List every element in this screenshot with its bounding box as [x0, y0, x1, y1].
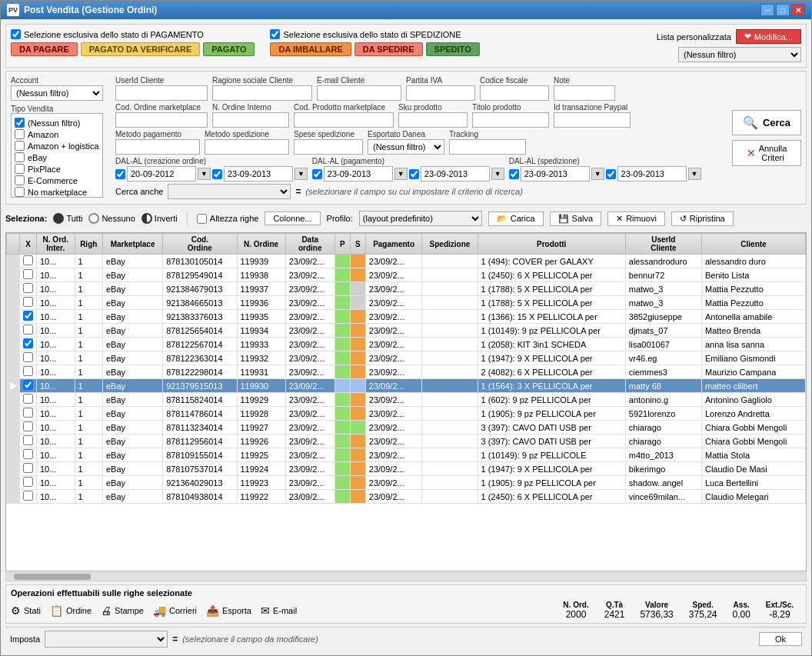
spedizione-from-cb[interactable]: [509, 169, 519, 179]
spedizione-checkbox[interactable]: [270, 29, 280, 39]
row-checkbox[interactable]: [23, 394, 33, 404]
row-checkbox[interactable]: [23, 311, 33, 321]
row-checkbox-cell[interactable]: [20, 268, 37, 282]
tipo-item-6[interactable]: No marketplace: [15, 186, 99, 198]
row-checkbox-cell[interactable]: [20, 282, 37, 296]
tutti-radio[interactable]: Tutti: [53, 213, 82, 224]
spedizione-to-chevron[interactable]: ▼: [688, 168, 701, 180]
cod-ordine-input[interactable]: [115, 112, 208, 128]
table-row[interactable]: 10...1eBay87813010501411993923/09/2...23…: [7, 255, 806, 268]
userid-input[interactable]: [115, 85, 208, 101]
row-checkbox[interactable]: [23, 297, 33, 307]
table-row[interactable]: 10...1eBay92138467901311993723/09/2...23…: [7, 282, 806, 296]
row-checkbox[interactable]: [23, 352, 33, 362]
row-checkbox[interactable]: [23, 491, 33, 501]
rimuovi-button[interactable]: ✕ Rimuovi: [607, 211, 665, 226]
table-row[interactable]: 10...1eBay87810493801411992223/09/2...23…: [7, 490, 806, 504]
row-checkbox-cell[interactable]: [20, 476, 37, 490]
ragione-input[interactable]: [212, 85, 312, 101]
row-checkbox[interactable]: [23, 380, 33, 390]
email-input[interactable]: [317, 85, 401, 101]
esporta-button[interactable]: 📤 Esporta: [206, 604, 251, 617]
cerca-anche-select[interactable]: [168, 184, 291, 199]
stati-button[interactable]: ⚙ Stati: [11, 604, 41, 617]
nessuno-radio[interactable]: Nessuno: [88, 213, 135, 224]
row-checkbox-cell[interactable]: [20, 310, 37, 324]
tipo-item-0[interactable]: (Nessun filtro): [15, 117, 99, 128]
email-button[interactable]: ✉ E-mail: [261, 604, 297, 617]
spedizione-to-input[interactable]: [617, 166, 687, 181]
pagamento-to-cb[interactable]: [409, 169, 419, 179]
corrieri-button[interactable]: 🚚 Corrieri: [153, 604, 197, 617]
table-row[interactable]: ▶10...1eBay92137951501311993023/09/2...2…: [7, 379, 806, 393]
ok-button[interactable]: Ok: [759, 632, 802, 646]
codice-input[interactable]: [480, 85, 549, 101]
cod-prodotto-input[interactable]: [294, 112, 394, 128]
row-checkbox-cell[interactable]: [20, 393, 37, 407]
spedizione-to-cb[interactable]: [606, 169, 616, 179]
creazione-to-input[interactable]: [224, 166, 293, 181]
imposta-select[interactable]: [45, 631, 168, 648]
sku-input[interactable]: [398, 112, 468, 128]
creazione-from-cb[interactable]: [115, 169, 125, 179]
close-button[interactable]: ✕: [791, 4, 805, 16]
da-pagare-button[interactable]: DA PAGARE: [11, 42, 78, 56]
row-checkbox[interactable]: [23, 421, 33, 431]
annulla-button[interactable]: ✕ AnnullaCriteri: [732, 140, 801, 166]
note-input[interactable]: [554, 85, 615, 101]
row-checkbox-cell[interactable]: [20, 421, 37, 435]
spese-sped-input[interactable]: [294, 139, 363, 155]
pagamento-to-chevron[interactable]: ▼: [491, 168, 504, 180]
pagamento-from-input[interactable]: [324, 166, 393, 181]
row-checkbox[interactable]: [23, 463, 33, 473]
table-row[interactable]: 10...1eBay87812256701411993323/09/2...23…: [7, 338, 806, 351]
row-checkbox[interactable]: [23, 338, 33, 348]
data-table-container[interactable]: X N. Ord.Inter. Righ Marketplace Cod.Ord…: [5, 232, 807, 571]
row-checkbox-cell[interactable]: [20, 407, 37, 421]
pagamento-from-chevron[interactable]: ▼: [394, 168, 408, 180]
salva-button[interactable]: 💾 Salva: [550, 211, 602, 226]
creazione-from-chevron[interactable]: ▼: [198, 168, 211, 180]
row-checkbox-cell[interactable]: [20, 435, 37, 448]
pagamento-checkbox[interactable]: [11, 29, 21, 39]
row-checkbox-cell[interactable]: [20, 255, 37, 268]
profilo-select[interactable]: (layout predefinito): [359, 211, 482, 226]
ripristina-button[interactable]: ↺ Ripristina: [671, 211, 734, 226]
pagato-button[interactable]: PAGATO: [203, 42, 255, 56]
scrollbar-thumb[interactable]: [14, 574, 91, 580]
table-row[interactable]: 10...1eBay92136402901311992323/09/2...23…: [7, 476, 806, 490]
row-checkbox-cell[interactable]: [20, 351, 37, 365]
pagamento-from-cb[interactable]: [312, 169, 322, 179]
maximize-button[interactable]: □: [776, 4, 790, 16]
table-row[interactable]: 10...1eBay92138337601311993523/09/2...23…: [7, 310, 806, 324]
spedito-button[interactable]: SPEDITO: [426, 42, 480, 56]
spedizione-from-input[interactable]: [521, 166, 590, 181]
row-checkbox[interactable]: [23, 477, 33, 487]
table-row[interactable]: 10...1eBay87812565401411993423/09/2...23…: [7, 324, 806, 338]
row-checkbox-cell[interactable]: [20, 379, 37, 393]
table-row[interactable]: 10...1eBay87811582401411992923/09/2...23…: [7, 393, 806, 407]
metodo-sped-input[interactable]: [205, 139, 289, 155]
table-row[interactable]: 10...1eBay87811323401411992723/09/2...23…: [7, 421, 806, 435]
tipo-item-2[interactable]: Amazon + logistica: [15, 140, 99, 152]
id-transazione-input[interactable]: [554, 112, 631, 128]
table-row[interactable]: 10...1eBay87810753701411992423/09/2...23…: [7, 462, 806, 476]
account-select[interactable]: (Nessun filtro): [11, 85, 103, 101]
pagato-da-verificare-button[interactable]: PAGATO DA VERIFICARE: [81, 42, 200, 56]
row-checkbox-cell[interactable]: [20, 338, 37, 351]
row-checkbox-cell[interactable]: [20, 296, 37, 310]
stampe-button[interactable]: 🖨 Stampe: [101, 604, 144, 617]
modifica-button[interactable]: ❤ Modifica...: [736, 29, 801, 44]
ordine-button[interactable]: 📋 Ordine: [50, 604, 92, 617]
lista-select[interactable]: (Nessun filtro): [678, 47, 801, 62]
tipo-item-1[interactable]: Amazon: [15, 128, 99, 140]
table-row[interactable]: 10...1eBay87812229801411993123/09/2...23…: [7, 365, 806, 379]
creazione-from-input[interactable]: [127, 166, 196, 181]
horizontal-scrollbar[interactable]: [5, 572, 807, 581]
row-checkbox[interactable]: [23, 366, 33, 376]
esportato-select[interactable]: (Nessun filtro): [368, 139, 444, 155]
table-row[interactable]: 10...1eBay92138466501311993623/09/2...23…: [7, 296, 806, 310]
metodo-pag-input[interactable]: [115, 139, 200, 155]
creazione-to-chevron[interactable]: ▼: [295, 168, 308, 180]
row-checkbox[interactable]: [23, 325, 33, 335]
